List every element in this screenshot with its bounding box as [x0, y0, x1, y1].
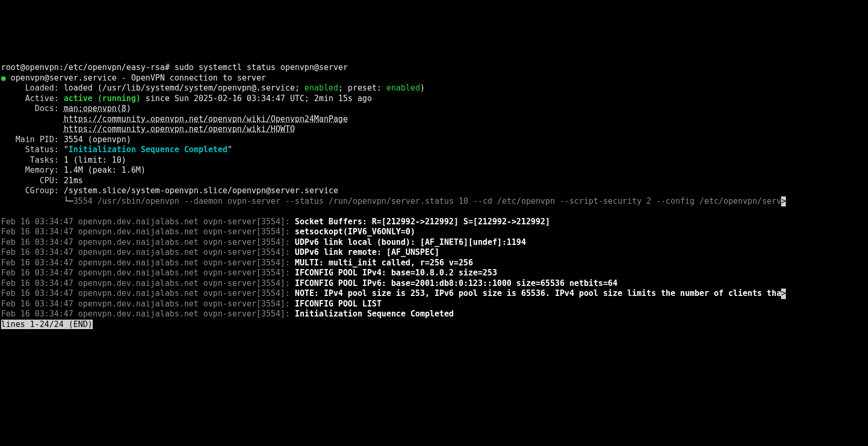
process-line: └─3554 /usr/sbin/openvpn --daemon ovpn-s… [1, 196, 786, 206]
docs-line-2: https://community.openvpn.net/openvpn/wi… [1, 114, 348, 124]
log-line: Feb 16 03:34:47 openvpn.dev.naijalabs.ne… [1, 268, 497, 277]
log-line: Feb 16 03:34:47 openvpn.dev.naijalabs.ne… [1, 279, 617, 288]
docs-line-3: https://community.openvpn.net/openvpn/wi… [1, 124, 295, 134]
cgroup-line: CGroup: /system.slice/system-openvpn.sli… [1, 186, 338, 195]
log-line: Feb 16 03:34:47 openvpn.dev.naijalabs.ne… [1, 237, 526, 247]
log-line: Feb 16 03:34:47 openvpn.dev.naijalabs.ne… [1, 247, 439, 257]
log-line: Feb 16 03:34:47 openvpn.dev.naijalabs.ne… [1, 227, 415, 236]
log-line: Feb 16 03:34:47 openvpn.dev.naijalabs.ne… [1, 299, 381, 309]
log-line: Feb 16 03:34:47 openvpn.dev.naijalabs.ne… [1, 258, 473, 267]
docs-line-1: Docs: man:openvpn(8) [1, 104, 131, 113]
terminal-output[interactable]: root@openvpn:/etc/openvpn/easy-rsa# sudo… [0, 52, 868, 330]
status-line: Status: "Initialization Sequence Complet… [1, 145, 232, 154]
service-header: ● openvpn@server.service - OpenVPN conne… [1, 73, 266, 83]
mainpid-line: Main PID: 3554 (openvpn) [1, 135, 131, 144]
log-line: Feb 16 03:34:47 openvpn.dev.naijalabs.ne… [1, 309, 454, 319]
cpu-line: CPU: 21ms [1, 176, 83, 185]
blank-line [1, 206, 6, 216]
log-line: Feb 16 03:34:47 openvpn.dev.naijalabs.ne… [1, 217, 550, 226]
memory-line: Memory: 1.4M (peak: 1.6M) [1, 165, 145, 175]
log-line: Feb 16 03:34:47 openvpn.dev.naijalabs.ne… [1, 289, 786, 298]
pager-status: lines 1-24/24 (END) [1, 320, 93, 329]
active-line: Active: active (running) since Sun 2025-… [1, 94, 372, 103]
shell-prompt: root@openvpn:/etc/openvpn/easy-rsa# sudo… [1, 63, 348, 72]
loaded-line: Loaded: loaded (/usr/lib/systemd/system/… [1, 83, 425, 93]
tasks-line: Tasks: 1 (limit: 10) [1, 155, 126, 165]
more-right-icon: > [781, 196, 786, 207]
more-right-icon: > [781, 289, 786, 299]
